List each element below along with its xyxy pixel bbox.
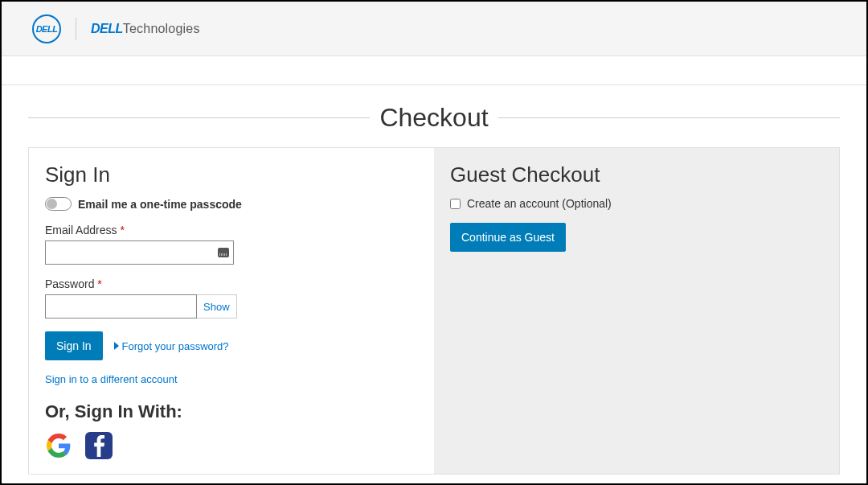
passcode-toggle-row: Email me a one-time passcode bbox=[45, 197, 418, 211]
show-password-button[interactable]: Show bbox=[197, 294, 237, 319]
brand-bold: DELL bbox=[91, 22, 123, 35]
dell-technologies-logo[interactable]: DELLTechnologies bbox=[91, 22, 200, 36]
email-label: Email Address * bbox=[45, 224, 418, 236]
top-header: DELL DELLTechnologies bbox=[2, 2, 866, 56]
passcode-toggle[interactable] bbox=[45, 197, 72, 211]
create-account-row: Create an account (Optional) bbox=[450, 197, 823, 210]
different-account-link[interactable]: Sign in to a different account bbox=[45, 373, 178, 385]
required-mark: * bbox=[120, 224, 124, 236]
password-input-wrap: Show bbox=[45, 294, 234, 319]
email-input-wrap bbox=[45, 240, 234, 265]
password-label-text: Password bbox=[45, 277, 94, 290]
passcode-toggle-label: Email me a one-time passcode bbox=[78, 198, 242, 211]
create-account-checkbox[interactable] bbox=[450, 199, 461, 209]
password-input[interactable] bbox=[45, 294, 197, 319]
guest-title: Guest Checkout bbox=[450, 162, 823, 187]
email-label-text: Email Address bbox=[45, 224, 117, 236]
sub-header-bar bbox=[2, 56, 866, 85]
brand-light: Technologies bbox=[123, 22, 200, 35]
or-signin-title: Or, Sign In With: bbox=[45, 401, 418, 422]
keyboard-icon bbox=[218, 248, 229, 257]
toggle-knob-icon bbox=[47, 199, 57, 209]
header-divider bbox=[76, 18, 76, 40]
email-field-group: Email Address * bbox=[45, 224, 418, 265]
required-mark: * bbox=[97, 277, 101, 290]
guest-panel: Guest Checkout Create an account (Option… bbox=[434, 148, 839, 474]
email-input[interactable] bbox=[45, 240, 234, 265]
caret-right-icon bbox=[114, 342, 119, 350]
create-account-label: Create an account (Optional) bbox=[467, 197, 612, 210]
dell-logo-text: DELL bbox=[36, 24, 58, 34]
google-icon bbox=[47, 434, 71, 458]
page-title: Checkout bbox=[379, 103, 488, 133]
title-line-left bbox=[28, 117, 370, 118]
facebook-signin-button[interactable] bbox=[85, 432, 113, 459]
signin-action-row: Sign In Forgot your password? bbox=[45, 331, 418, 360]
password-field-group: Password * Show bbox=[45, 277, 418, 319]
password-label: Password * bbox=[45, 277, 418, 290]
checkout-title-wrap: Checkout bbox=[28, 103, 840, 133]
dell-logo-icon[interactable]: DELL bbox=[32, 14, 61, 43]
title-line-right bbox=[498, 117, 840, 118]
signin-panel: Sign In Email me a one-time passcode Ema… bbox=[29, 148, 434, 474]
facebook-icon bbox=[91, 434, 107, 457]
forgot-password-text: Forgot your password? bbox=[122, 340, 229, 352]
forgot-password-link[interactable]: Forgot your password? bbox=[114, 340, 229, 352]
signin-title: Sign In bbox=[45, 162, 418, 187]
google-signin-button[interactable] bbox=[45, 432, 72, 459]
social-login-row bbox=[45, 432, 418, 459]
continue-as-guest-button[interactable]: Continue as Guest bbox=[450, 223, 566, 252]
signin-button[interactable]: Sign In bbox=[45, 331, 103, 360]
panel-container: Sign In Email me a one-time passcode Ema… bbox=[28, 147, 840, 475]
